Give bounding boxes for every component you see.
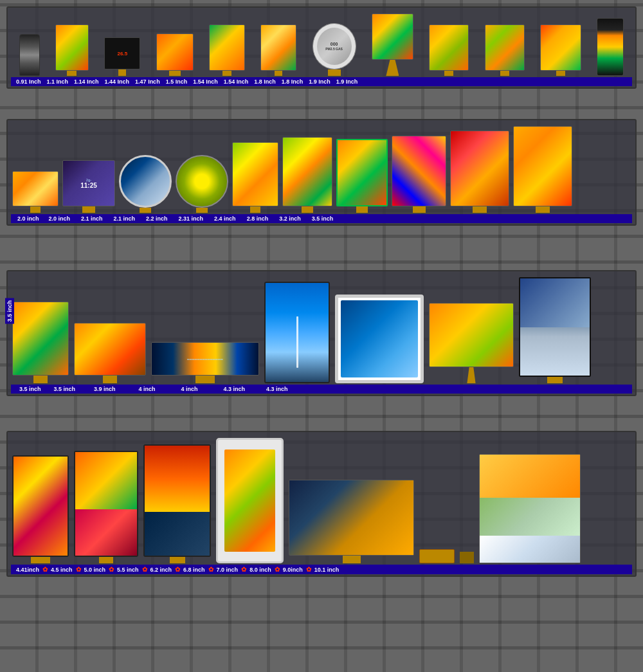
label-1-47: 1.47 Inch	[132, 78, 163, 85]
display-item-4b	[335, 295, 424, 383]
screen-1-54b	[372, 14, 413, 60]
sep-8: ✿	[274, 566, 280, 573]
display-item-2-4	[336, 139, 388, 213]
label-1-8a: 1.8 Inch	[251, 78, 278, 85]
screen-2-4	[336, 139, 388, 206]
display-item-4-41	[12, 455, 69, 563]
flex-1-14	[118, 69, 126, 76]
flex-4-3b	[547, 377, 563, 383]
flex-2-8	[413, 206, 426, 213]
label-9-0: 9.0inch	[280, 567, 305, 573]
screen-0-91	[19, 34, 40, 76]
display-item-2-0b: 2g- 11:25	[62, 160, 115, 213]
section-row2: 2g- 11:25	[6, 119, 637, 226]
label-5-5: 5.5 inch	[114, 567, 141, 573]
section-row4: 4.41inch ✿ 4.5 inch ✿ 5.0 inch ✿ 5.5 inc…	[6, 431, 637, 577]
label-6-2: 6.2 inch	[148, 567, 175, 573]
label-1-54a: 1.54 Inch	[190, 78, 221, 85]
display-item-5-5	[216, 438, 284, 563]
label-2-4: 2.4 inch	[209, 215, 241, 222]
label-1-9b: 1.9 Inch	[334, 78, 361, 85]
label-2-1b: 2.1 inch	[109, 215, 141, 222]
flex-3-5-r2	[536, 206, 550, 213]
label-bar-row2: 2.0 inch 2.0 inch 2.1 inch 2.1 inch 2.2 …	[11, 214, 632, 223]
label-5-0: 5.0 inch	[82, 567, 109, 573]
flex-4-3a	[464, 367, 478, 383]
display-item-1-1	[55, 24, 89, 76]
label-7-0: 7.0 inch	[214, 567, 241, 573]
screen-2-1a	[119, 155, 172, 208]
screen-6-2	[289, 480, 414, 556]
screen-1-14: 26.5	[104, 37, 140, 69]
display-item-1-8b	[485, 24, 525, 76]
display-item-2-0a	[12, 171, 59, 213]
screen-1-54a: 000PM2.5 GAS	[312, 23, 356, 69]
flex-1-54b	[386, 60, 399, 76]
label-bar-row4: 4.41inch ✿ 4.5 inch ✿ 5.0 inch ✿ 5.5 inc…	[11, 565, 632, 574]
screen-3-2	[450, 131, 509, 206]
sep-3: ✿	[108, 566, 114, 573]
display-item-2-1b	[176, 155, 228, 213]
display-item-3-5a	[12, 302, 69, 383]
display-item-1-54a: 000PM2.5 GAS	[312, 23, 356, 76]
flex-1-54a	[328, 69, 341, 76]
display-item-1-9a	[540, 24, 581, 76]
label-3-9: 3.9 inch	[82, 386, 127, 392]
label-2-0a: 2.0 inch	[14, 215, 43, 222]
section-row3: ━━━━━━━━━━━━━━	[6, 270, 637, 396]
flex-1-5	[275, 71, 282, 76]
label-2-1a: 2.1 inch	[76, 215, 108, 222]
screen-9-0	[479, 454, 581, 563]
label-2-2: 2.2 inch	[141, 215, 173, 222]
label-8-0: 8.0 inch	[247, 567, 274, 573]
screen-3-5a	[12, 302, 69, 376]
display-item-6-2	[289, 480, 414, 563]
screen-4a	[264, 282, 330, 383]
display-item-7-0	[460, 552, 474, 563]
flex-1-8b	[500, 71, 509, 76]
flex-3-5b	[103, 376, 117, 383]
label-bar-row3: 3.5 inch 3.5 inch 3.9 inch 4 inch 4 inch…	[11, 385, 632, 394]
screen-4-3b	[519, 277, 591, 377]
screen-2-0a	[12, 171, 59, 206]
screen-4b	[335, 295, 424, 383]
flex-3-2	[473, 206, 487, 213]
flex-4-41	[31, 557, 50, 563]
screen-7-0	[460, 552, 474, 563]
display-item-1-54b	[372, 14, 413, 76]
display-item-6-8	[419, 549, 455, 563]
flex-2-1b	[196, 208, 208, 213]
label-1-14: 1.14 Inch	[71, 78, 102, 85]
screen-2-2	[232, 142, 278, 206]
label-2-8: 2.8 inch	[242, 215, 274, 222]
label-10-1: 10.1 inch	[312, 567, 342, 573]
flex-2-0b	[82, 206, 95, 213]
screen-5-5	[216, 438, 284, 563]
display-item-3-5-r2	[513, 126, 572, 213]
label-1-1: 1.1 Inch	[44, 78, 71, 85]
display-item-2-1a	[119, 155, 172, 213]
label-1-44: 1.44 Inch	[102, 78, 132, 85]
screen-4-41	[12, 455, 69, 557]
display-row-1: 26.5 000	[11, 11, 632, 77]
flex-1-47	[222, 71, 231, 76]
screen-3-5-r2	[513, 126, 572, 206]
display-item-4a	[264, 282, 330, 383]
display-item-1-14: 26.5	[104, 37, 140, 76]
display-item-5-0	[143, 444, 211, 563]
flex-3-9	[195, 376, 215, 383]
flex-2-31	[302, 206, 313, 213]
display-item-9-0	[479, 454, 581, 563]
flex-3-5a	[33, 376, 48, 383]
screen-2-8	[392, 136, 446, 206]
label-0-91: 0.91 Inch	[14, 78, 44, 85]
sep-1: ✿	[42, 566, 48, 573]
main-background: 26.5 000	[0, 0, 643, 672]
flex-2-1a	[140, 208, 151, 213]
display-item-1-5	[260, 24, 296, 76]
label-4-5: 4.5 inch	[48, 567, 75, 573]
screen-5-0	[143, 444, 211, 557]
screen-1-8a	[429, 24, 469, 71]
label-6-8: 6.8 inch	[181, 567, 208, 573]
label-2-31: 2.31 inch	[174, 215, 209, 222]
